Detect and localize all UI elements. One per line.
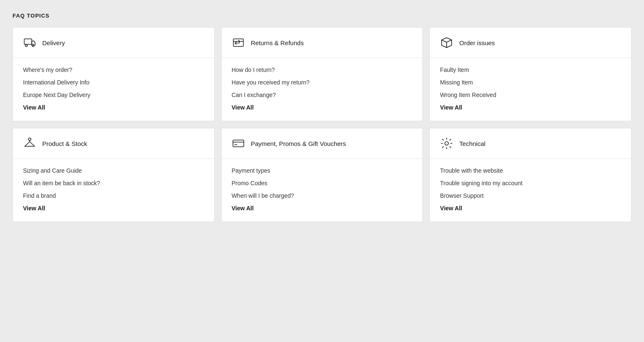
link-delivery-0[interactable]: Where's my order?	[23, 66, 204, 73]
card-header-product-stock: Product & Stock	[13, 128, 214, 159]
card-body-payment: Payment typesPromo CodesWhen will I be c…	[222, 159, 423, 222]
box-icon	[440, 36, 453, 49]
link-payment-1[interactable]: Promo Codes	[232, 180, 413, 186]
card-body-technical: Trouble with the websiteTrouble signing …	[430, 159, 631, 222]
svg-rect-0	[24, 39, 32, 44]
card-title-technical: Technical	[459, 140, 486, 147]
faq-grid: Delivery Where's my order?International …	[13, 27, 631, 222]
link-payment-2[interactable]: When will I be charged?	[232, 192, 413, 199]
card-title-product-stock: Product & Stock	[42, 140, 87, 147]
link-technical-0[interactable]: Trouble with the website	[440, 167, 621, 174]
link-order-issues-0[interactable]: Faulty Item	[440, 66, 621, 73]
card-body-returns: How do I return?Have you received my ret…	[222, 58, 423, 121]
page-title: FAQ TOPICS	[13, 13, 631, 19]
link-order-issues-2[interactable]: Wrong Item Received	[440, 92, 621, 98]
returns-icon	[232, 36, 245, 49]
svg-rect-4	[233, 140, 244, 147]
view-all-payment[interactable]: View All	[232, 205, 413, 212]
link-order-issues-1[interactable]: Missing Item	[440, 79, 621, 86]
link-delivery-1[interactable]: International Delivery Info	[23, 79, 204, 86]
link-delivery-2[interactable]: Europe Next Day Delivery	[23, 92, 204, 98]
card-order-issues: Order issues Faulty ItemMissing ItemWron…	[429, 27, 631, 121]
card-product-stock: Product & Stock Sizing and Care GuideWil…	[13, 128, 215, 222]
link-technical-2[interactable]: Browser Support	[440, 192, 621, 199]
svg-point-1	[26, 45, 28, 47]
card-title-delivery: Delivery	[42, 39, 65, 46]
card-header-technical: Technical	[430, 128, 631, 159]
svg-rect-3	[233, 39, 243, 46]
link-technical-1[interactable]: Trouble signing into my account	[440, 180, 621, 186]
view-all-order-issues[interactable]: View All	[440, 104, 621, 111]
gear-icon	[440, 137, 453, 150]
link-product-stock-0[interactable]: Sizing and Care Guide	[23, 167, 204, 174]
card-title-returns: Returns & Refunds	[251, 39, 304, 46]
card-header-returns: Returns & Refunds	[222, 28, 423, 58]
card-header-payment: Payment, Promos & Gift Vouchers	[222, 128, 423, 159]
card-header-order-issues: Order issues	[430, 28, 631, 58]
view-all-technical[interactable]: View All	[440, 205, 621, 212]
card-icon	[232, 137, 245, 150]
view-all-product-stock[interactable]: View All	[23, 205, 204, 212]
card-body-delivery: Where's my order?International Delivery …	[13, 58, 214, 121]
card-header-delivery: Delivery	[13, 28, 214, 58]
card-returns: Returns & Refunds How do I return?Have y…	[221, 27, 423, 121]
link-product-stock-2[interactable]: Find a brand	[23, 192, 204, 199]
hanger-icon	[23, 137, 36, 150]
card-payment: Payment, Promos & Gift Vouchers Payment …	[221, 128, 423, 222]
link-returns-0[interactable]: How do I return?	[232, 66, 413, 73]
link-returns-1[interactable]: Have you received my return?	[232, 79, 413, 86]
card-delivery: Delivery Where's my order?International …	[13, 27, 215, 121]
card-body-order-issues: Faulty ItemMissing ItemWrong Item Receiv…	[430, 58, 631, 121]
card-title-payment: Payment, Promos & Gift Vouchers	[251, 140, 346, 147]
svg-point-5	[445, 142, 449, 145]
link-payment-0[interactable]: Payment types	[232, 167, 413, 174]
card-technical: Technical Trouble with the websiteTroubl…	[429, 128, 631, 222]
truck-icon	[23, 36, 36, 49]
card-title-order-issues: Order issues	[459, 39, 495, 46]
card-body-product-stock: Sizing and Care GuideWill an item be bac…	[13, 159, 214, 222]
view-all-returns[interactable]: View All	[232, 104, 413, 111]
svg-point-2	[32, 45, 34, 47]
view-all-delivery[interactable]: View All	[23, 104, 204, 111]
link-returns-2[interactable]: Can I exchange?	[232, 92, 413, 98]
link-product-stock-1[interactable]: Will an item be back in stock?	[23, 180, 204, 186]
